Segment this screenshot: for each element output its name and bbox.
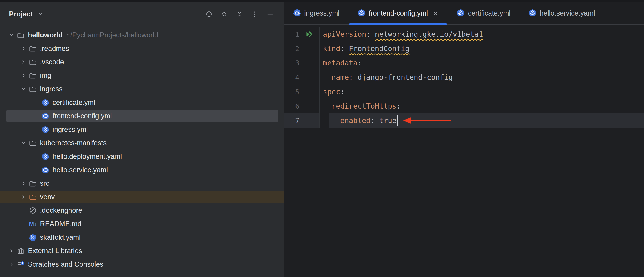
chevron-placeholder — [18, 231, 29, 244]
line-number: 1 — [284, 30, 299, 38]
tree-item-img[interactable]: img — [0, 69, 284, 82]
tree-item-helloworld[interactable]: helloworld~/PycharmProjects/helloworld — [0, 28, 284, 42]
tree-item-hello-service-yaml[interactable]: hello.service.yaml — [0, 163, 284, 177]
code-token: : — [370, 116, 379, 125]
editor-area: ingress.ymlfrontend-config.ymlcertificat… — [284, 2, 644, 277]
tree-item-frontend-config-yml[interactable]: frontend-config.yml — [0, 109, 284, 123]
line-number: 6 — [284, 102, 299, 110]
chevron-right-icon[interactable] — [6, 244, 17, 258]
code-line-4[interactable]: 4 name: django-frontend-config — [284, 70, 644, 85]
editor-gutter: 5 — [284, 85, 320, 99]
tree-item-label: skaffold.yaml — [40, 233, 80, 241]
kubernetes-file-icon — [456, 9, 465, 18]
code-line-5[interactable]: 5spec: — [284, 85, 644, 99]
hide-icon[interactable] — [266, 10, 274, 18]
tree-item-label: venv — [40, 193, 54, 201]
expand-icon[interactable] — [220, 10, 228, 18]
editor-gutter: 1 — [284, 27, 320, 41]
tree-item-label: helloworld — [28, 31, 63, 39]
code-line-2[interactable]: 2kind: FrontendConfig — [284, 41, 644, 56]
tree-item-readme-md[interactable]: M↓README.md — [0, 217, 284, 231]
tree-item-skaffold-yaml[interactable]: skaffold.yaml — [0, 231, 284, 244]
code-token: : — [366, 30, 375, 39]
tree-item-label: hello.deployment.yaml — [52, 152, 122, 161]
folder-icon — [29, 85, 37, 93]
code-line-text[interactable]: enabled: true — [320, 113, 644, 128]
chevron-right-icon[interactable] — [18, 177, 29, 190]
tree-item-label: .dockerignore — [40, 206, 82, 214]
tree-item-label: ingress.yml — [52, 125, 88, 134]
code-line-text[interactable]: spec: — [320, 85, 644, 99]
code-token: apiVersion — [323, 30, 366, 39]
tree-item-label: kubernetes-manifests — [40, 139, 106, 147]
tree-item-kubernetes-manifests[interactable]: kubernetes-manifests — [0, 136, 284, 150]
tab-label: certificate.yml — [468, 9, 510, 17]
chevron-placeholder — [18, 217, 29, 231]
folder-icon — [29, 45, 37, 53]
chevron-down-icon[interactable] — [18, 82, 29, 96]
code-line-text[interactable]: metadata: — [320, 56, 644, 70]
tree-item-src[interactable]: src — [0, 177, 284, 190]
code-line-text[interactable]: name: django-frontend-config — [320, 70, 644, 85]
chevron-down-icon[interactable] — [6, 28, 17, 42]
code-line-7[interactable]: 7 enabled: true — [284, 113, 644, 128]
code-token — [323, 102, 332, 110]
chevron-right-icon[interactable] — [18, 42, 29, 55]
code-line-text[interactable]: redirectToHttps: — [320, 99, 644, 113]
chevron-right-icon[interactable] — [18, 55, 29, 69]
code-token: redirectToHttps — [332, 102, 396, 110]
tab-frontend-config-yml[interactable]: frontend-config.yml — [348, 2, 448, 24]
code-token: kind — [323, 44, 340, 53]
kubernetes-file-icon — [41, 99, 50, 107]
tree-item-label: src — [40, 179, 49, 187]
tree-item-hello-deployment-yaml[interactable]: hello.deployment.yaml — [0, 150, 284, 163]
folder-icon — [17, 31, 25, 39]
tree-item-certificate-yml[interactable]: certificate.yml — [0, 96, 284, 109]
folder-icon — [29, 139, 37, 147]
code-line-text[interactable]: apiVersion: networking.gke.io/v1beta1 — [320, 27, 644, 41]
more-icon[interactable] — [251, 10, 259, 18]
project-tool-window-header: Project — [0, 2, 284, 26]
locate-icon[interactable] — [205, 10, 213, 18]
code-line-1[interactable]: 1apiVersion: networking.gke.io/v1beta1 — [284, 27, 644, 41]
chevron-right-icon[interactable] — [18, 190, 29, 204]
tab-hello-service-yaml[interactable]: hello.service.yaml — [520, 2, 604, 24]
tab-ingress-yml[interactable]: ingress.yml — [284, 2, 348, 24]
project-file-tree: helloworld~/PycharmProjects/helloworld.r… — [0, 28, 284, 271]
chevron-placeholder — [18, 204, 29, 217]
project-dropdown-title[interactable]: Project — [9, 10, 33, 18]
chevron-right-icon[interactable] — [18, 69, 29, 82]
tree-item-ingress-yml[interactable]: ingress.yml — [0, 123, 284, 136]
window-top-edge — [0, 0, 644, 2]
chevron-right-icon[interactable] — [6, 258, 17, 271]
tree-item-vscode[interactable]: .vscode — [0, 55, 284, 69]
tree-item-dockerignore[interactable]: .dockerignore — [0, 204, 284, 217]
tree-item-label: frontend-config.yml — [52, 112, 112, 120]
line-number: 2 — [284, 45, 299, 53]
code-token: django-frontend-config — [358, 73, 453, 82]
editor-tab-bar: ingress.ymlfrontend-config.ymlcertificat… — [284, 2, 644, 25]
tree-item-ingress[interactable]: ingress — [0, 82, 284, 96]
collapse-icon[interactable] — [236, 10, 243, 18]
tab-certificate-yml[interactable]: certificate.yml — [448, 2, 519, 24]
editor-gutter: 4 — [284, 70, 320, 85]
code-line-3[interactable]: 3metadata: — [284, 56, 644, 70]
chevron-down-icon[interactable] — [37, 11, 44, 18]
line-number: 7 — [284, 117, 299, 125]
tree-item-label: .vscode — [40, 58, 64, 66]
tree-item-scratches-and-consoles[interactable]: Scratches and Consoles — [0, 258, 284, 271]
run-icon[interactable] — [299, 31, 319, 38]
code-line-6[interactable]: 6 redirectToHttps: — [284, 99, 644, 113]
tree-item-external-libraries[interactable]: External Libraries — [0, 244, 284, 258]
code-editor[interactable]: 1apiVersion: networking.gke.io/v1beta12k… — [284, 27, 644, 277]
tree-item-label: certificate.yml — [52, 99, 95, 107]
tree-item-label: img — [40, 72, 51, 80]
tree-item-label: README.md — [40, 220, 81, 228]
tree-item-readmes[interactable]: .readmes — [0, 42, 284, 55]
tree-item-venv[interactable]: venv — [0, 190, 284, 204]
close-icon[interactable] — [432, 10, 438, 17]
markdown-file-icon: M↓ — [29, 220, 37, 228]
kubernetes-file-icon — [29, 233, 37, 241]
code-line-text[interactable]: kind: FrontendConfig — [320, 41, 644, 56]
chevron-down-icon[interactable] — [18, 136, 29, 150]
